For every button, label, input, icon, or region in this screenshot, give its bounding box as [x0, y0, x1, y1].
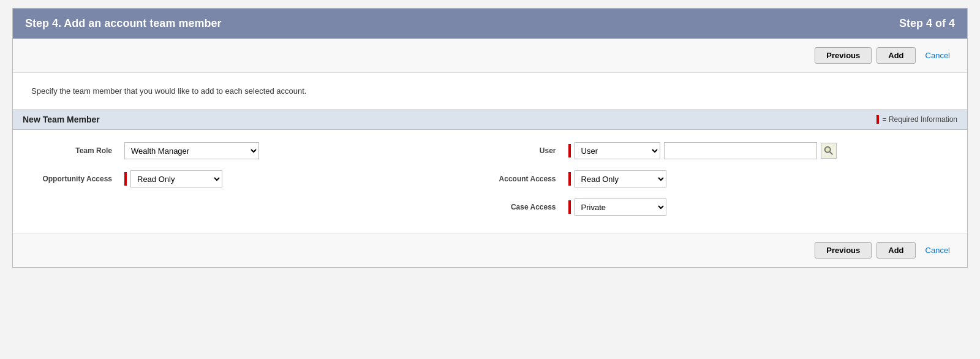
- user-name-input[interactable]: Ryan Dobson: [664, 142, 817, 159]
- header-bar: Step 4. Add an account team member Step …: [13, 9, 967, 39]
- user-row: User UserQueue Ryan Dobson: [475, 142, 949, 159]
- opportunity-access-control: Read OnlyRead/WritePrivate: [124, 170, 222, 187]
- case-access-label: Case Access: [475, 203, 561, 211]
- opportunity-access-row: Opportunity Access Read OnlyRead/WritePr…: [31, 170, 426, 187]
- form-right: User UserQueue Ryan Dobson: [451, 142, 949, 216]
- bottom-previous-button[interactable]: Previous: [815, 242, 872, 259]
- svg-point-0: [824, 147, 830, 153]
- opportunity-access-label: Opportunity Access: [31, 175, 117, 183]
- required-legend: = Required Information: [876, 115, 957, 124]
- top-previous-button[interactable]: Previous: [815, 47, 872, 64]
- user-search-button[interactable]: [821, 143, 837, 159]
- user-required-indicator: [568, 144, 571, 157]
- account-access-row: Account Access Read OnlyRead/WritePrivat…: [475, 170, 949, 187]
- required-bar-icon: [876, 115, 879, 124]
- case-access-control: PrivateRead OnlyRead/Write: [568, 198, 666, 216]
- account-access-control: Read OnlyRead/WritePrivate: [568, 170, 666, 187]
- account-required-indicator: [568, 172, 571, 186]
- form-grid: Team Role Wealth ManagerAccount ManagerS…: [31, 142, 949, 216]
- account-access-select[interactable]: Read OnlyRead/WritePrivate: [575, 170, 666, 187]
- team-role-row: Team Role Wealth ManagerAccount ManagerS…: [31, 142, 426, 159]
- bottom-cancel-link[interactable]: Cancel: [921, 243, 955, 258]
- user-label: User: [475, 146, 561, 155]
- step-indicator: Step 4 of 4: [899, 17, 955, 30]
- bottom-action-bar: Previous Add Cancel: [13, 233, 967, 267]
- page-wrapper: Step 4. Add an account team member Step …: [12, 8, 968, 268]
- opportunity-access-select[interactable]: Read OnlyRead/WritePrivate: [130, 170, 222, 187]
- form-left: Team Role Wealth ManagerAccount ManagerS…: [31, 142, 451, 216]
- top-cancel-link[interactable]: Cancel: [921, 48, 955, 63]
- description-text: Specify the team member that you would l…: [31, 86, 306, 96]
- form-area: Team Role Wealth ManagerAccount ManagerS…: [13, 130, 967, 233]
- section-title: New Team Member: [23, 115, 100, 124]
- required-legend-text: = Required Information: [883, 115, 957, 124]
- user-type-select[interactable]: UserQueue: [575, 142, 660, 159]
- team-role-label: Team Role: [31, 146, 117, 155]
- description-area: Specify the team member that you would l…: [13, 73, 967, 110]
- case-access-row: Case Access PrivateRead OnlyRead/Write: [475, 198, 949, 216]
- team-role-select[interactable]: Wealth ManagerAccount ManagerSales RepSu…: [124, 142, 259, 159]
- case-access-select[interactable]: PrivateRead OnlyRead/Write: [575, 198, 666, 216]
- account-access-label: Account Access: [475, 175, 561, 183]
- user-control: UserQueue Ryan Dobson: [568, 142, 837, 159]
- team-role-control: Wealth ManagerAccount ManagerSales RepSu…: [124, 142, 259, 159]
- case-required-indicator: [568, 200, 571, 214]
- page-title: Step 4. Add an account team member: [25, 17, 221, 30]
- opportunity-required-indicator: [124, 172, 127, 186]
- svg-line-1: [829, 152, 832, 155]
- top-action-bar: Previous Add Cancel: [13, 39, 967, 73]
- section-header: New Team Member = Required Information: [13, 110, 967, 130]
- top-add-button[interactable]: Add: [876, 47, 915, 64]
- search-icon: [823, 145, 834, 156]
- bottom-add-button[interactable]: Add: [876, 242, 915, 259]
